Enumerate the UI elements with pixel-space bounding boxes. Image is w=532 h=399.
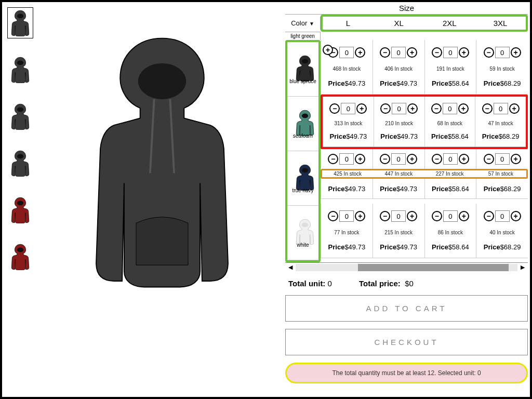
cell: − + 68 In stockPrice$58.64 xyxy=(424,97,475,147)
plus-button[interactable]: + xyxy=(355,154,365,164)
data-row-true_navy: − + − + − + − + 425 In stock447 In stock… xyxy=(321,149,528,204)
minus-button[interactable]: − xyxy=(380,154,390,164)
minus-button[interactable]: − xyxy=(484,154,494,164)
plus-button[interactable]: + xyxy=(511,154,521,164)
minus-button[interactable]: − xyxy=(328,211,338,221)
quantity-input[interactable] xyxy=(495,153,510,165)
stock-label: 40 In stock xyxy=(489,230,514,235)
thumbnail-0[interactable] xyxy=(7,7,33,38)
plus-button[interactable]: + xyxy=(459,47,469,58)
minus-button[interactable]: − xyxy=(329,103,340,114)
plus-button[interactable]: + xyxy=(459,154,469,164)
plus-button[interactable]: + xyxy=(509,103,520,114)
quantity-input[interactable] xyxy=(339,210,354,222)
scroll-right-icon[interactable]: ▶ xyxy=(517,264,528,271)
cell: − + 215 In stockPrice$49.73 xyxy=(373,204,424,258)
stock-label: 191 In stock xyxy=(436,66,464,72)
quantity-input[interactable] xyxy=(392,103,406,114)
plus-button[interactable]: + xyxy=(459,211,469,221)
minus-button[interactable]: − xyxy=(380,47,390,58)
minus-button[interactable]: − xyxy=(328,154,338,164)
stock-label: 47 In stock xyxy=(488,121,513,126)
price: Price$49.73 xyxy=(330,132,367,140)
price: Price$68.29 xyxy=(482,132,520,140)
dropdown-icon: ▼ xyxy=(309,21,314,26)
price: Price$58.64 xyxy=(432,79,469,87)
size-col-L[interactable]: L xyxy=(323,17,374,30)
quantity-input[interactable] xyxy=(443,153,458,165)
svg-point-4 xyxy=(17,201,23,205)
stock-highlight: 425 In stock447 In stock227 In stock57 I… xyxy=(321,169,528,179)
data-row-white: − + 77 In stockPrice$49.73 − + 215 In st… xyxy=(321,204,528,258)
scroll-left-icon[interactable]: ◀ xyxy=(285,264,296,271)
totals-row: Total unit: 0 Total price: $0 xyxy=(285,272,528,295)
thumbnail-1[interactable] xyxy=(7,54,33,85)
quantity-input[interactable] xyxy=(391,153,406,165)
cell: − + 40 In stockPrice$68.29 xyxy=(476,204,528,258)
checkout-button[interactable]: CHECKOUT xyxy=(285,329,528,355)
plus-button[interactable]: + xyxy=(511,211,521,221)
thumbnail-2[interactable] xyxy=(7,101,33,132)
minus-button[interactable]: − xyxy=(432,211,442,221)
quantity-input[interactable] xyxy=(443,103,457,114)
minus-button[interactable]: − xyxy=(380,103,391,114)
plus-button[interactable]: + xyxy=(511,47,521,58)
swatch-seafoam[interactable]: seafoam xyxy=(287,97,318,151)
thumbnail-4[interactable] xyxy=(7,194,33,225)
plus-button[interactable]: + xyxy=(355,211,365,221)
stock-label: 68 In stock xyxy=(437,121,462,126)
size-col-XL[interactable]: XL xyxy=(374,17,424,30)
price: Price$58.64 xyxy=(432,243,469,251)
price: Price$58.64 xyxy=(431,132,469,140)
plus-button[interactable]: + xyxy=(407,154,417,164)
svg-point-10 xyxy=(302,222,308,227)
price: Price$68.29 xyxy=(484,79,521,87)
swatch-white[interactable]: white xyxy=(287,206,318,260)
plus-icon[interactable]: + xyxy=(323,45,333,55)
thumbnail-5[interactable] xyxy=(7,241,33,272)
color-header[interactable]: Color ▼ xyxy=(285,17,321,30)
svg-point-7 xyxy=(302,59,308,63)
svg-point-3 xyxy=(17,154,23,158)
stock-label: 86 In stock xyxy=(438,230,463,235)
quantity-input[interactable] xyxy=(443,47,458,58)
plus-button[interactable]: + xyxy=(407,211,417,221)
swatch-blue-spruce[interactable]: blue spruce xyxy=(287,42,318,97)
price: Price$49.73 xyxy=(380,132,418,140)
plus-button[interactable]: + xyxy=(356,103,367,114)
swatch-true-navy[interactable]: true navy xyxy=(287,151,318,206)
add-to-cart-button[interactable]: ADD TO CART xyxy=(285,295,528,322)
price: Price$49.73 xyxy=(380,243,417,251)
minus-button[interactable]: − xyxy=(482,103,493,114)
minus-button[interactable]: − xyxy=(484,47,494,58)
plus-button[interactable]: + xyxy=(407,47,417,58)
quantity-input[interactable] xyxy=(391,47,406,58)
size-col-3XL[interactable]: 3XL xyxy=(475,17,526,30)
svg-point-8 xyxy=(302,113,308,118)
minus-button[interactable]: − xyxy=(431,103,442,114)
minus-button[interactable]: − xyxy=(432,47,442,58)
size-col-2XL[interactable]: 2XL xyxy=(424,17,475,30)
plus-button[interactable]: + xyxy=(407,103,418,114)
minus-button[interactable]: − xyxy=(484,211,494,221)
quantity-input[interactable] xyxy=(495,210,510,222)
size-columns: LXL2XL3XL xyxy=(321,15,528,32)
thumbnail-3[interactable] xyxy=(7,148,33,179)
plus-button[interactable]: + xyxy=(458,103,469,114)
quantity-input[interactable] xyxy=(339,153,354,165)
minus-button[interactable]: − xyxy=(432,154,442,164)
quantity-warning: The total quantity must be at least 12. … xyxy=(285,363,528,383)
quantity-input[interactable] xyxy=(443,210,458,222)
quantity-input[interactable] xyxy=(495,47,510,58)
quantity-input[interactable] xyxy=(391,210,406,222)
quantity-input[interactable] xyxy=(339,47,354,58)
stock-label: 215 In stock xyxy=(384,230,413,235)
quantity-input[interactable] xyxy=(341,103,355,114)
price: Price$49.73 xyxy=(380,79,417,87)
horizontal-scrollbar[interactable]: ◀ ▶ xyxy=(285,262,528,272)
quantity-input[interactable] xyxy=(494,103,508,114)
minus-button[interactable]: − xyxy=(380,211,390,221)
plus-button[interactable]: + xyxy=(355,47,365,58)
stock-label: 210 In stock xyxy=(385,121,413,126)
cell: − + 77 In stockPrice$49.73 xyxy=(321,204,373,258)
